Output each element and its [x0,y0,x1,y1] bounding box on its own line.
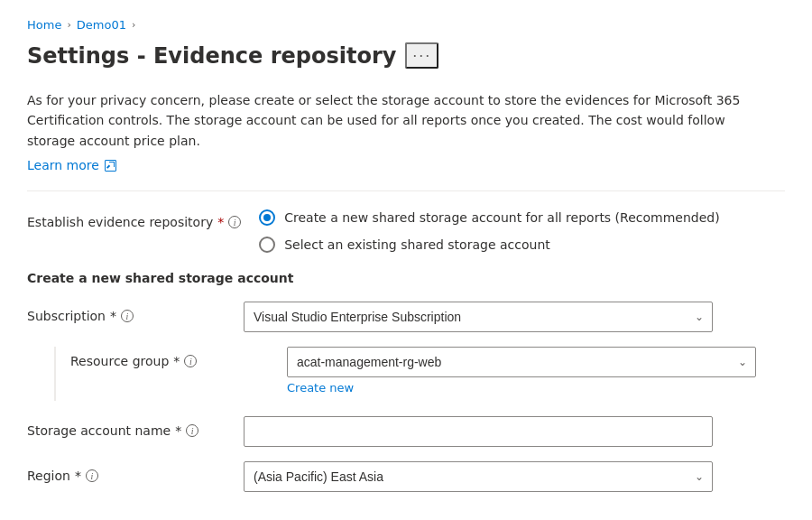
resource-group-label-text: Resource group [70,354,169,368]
page-title: Settings - Evidence repository [27,43,396,69]
storage-account-input[interactable] [244,416,713,447]
region-label-text: Region [27,469,70,483]
storage-account-label-text: Storage account name [27,423,171,438]
establish-label-text: Establish evidence repository [27,215,213,229]
region-select-wrapper: (Asia Pacific) East Asia ⌄ [244,461,713,492]
region-required: * [75,469,81,483]
radio-create-new-label: Create a new shared storage account for … [284,210,719,225]
region-control: (Asia Pacific) East Asia ⌄ [244,461,713,492]
create-new-link[interactable]: Create new [287,381,354,395]
storage-account-required: * [175,423,181,438]
resource-group-info-icon: i [184,355,197,367]
radio-create-new-inner [263,214,271,221]
establish-label: Establish evidence repository * i [27,209,241,229]
learn-more-link[interactable]: Learn more [27,158,116,172]
region-info-icon: i [86,469,98,482]
region-row: Region * i (Asia Pacific) East Asia ⌄ [27,461,785,492]
page-title-row: Settings - Evidence repository ··· [27,42,785,69]
learn-more-label: Learn more [27,158,99,172]
subscription-row: Subscription * i Visual Studio Enterpris… [27,302,785,332]
subscription-select-wrapper: Visual Studio Enterprise Subscription ⌄ [244,302,713,332]
storage-account-label: Storage account name * i [27,416,226,438]
storage-account-control [244,416,713,447]
breadcrumb: Home › Demo01 › [27,18,785,32]
breadcrumb-separator-2: › [132,19,135,31]
subscription-control: Visual Studio Enterprise Subscription ⌄ [244,302,713,332]
section-subtitle: Create a new shared storage account [27,271,785,285]
resource-group-indent: Resource group * i acat-management-rg-we… [27,347,785,409]
description-text: As for your privacy concern, please crea… [27,90,767,151]
region-select[interactable]: (Asia Pacific) East Asia [244,461,713,492]
radio-select-existing-outer [259,237,275,253]
radio-select-existing[interactable]: Select an existing shared storage accoun… [259,237,785,253]
subscription-info-icon: i [121,310,134,322]
section-divider [27,190,785,191]
form-section: Establish evidence repository * i Create… [27,209,785,492]
resource-group-select[interactable]: acat-management-rg-web [287,347,756,377]
external-link-icon [105,160,116,172]
resource-group-row: Resource group * i acat-management-rg-we… [70,347,785,395]
resource-group-select-wrapper: acat-management-rg-web ⌄ [287,347,756,377]
resource-group-content: Resource group * i acat-management-rg-we… [70,347,785,409]
resource-group-label: Resource group * i [70,347,269,368]
establish-info-icon: i [228,216,241,228]
establish-repository-row: Establish evidence repository * i Create… [27,209,785,253]
radio-select-existing-label: Select an existing shared storage accoun… [284,237,550,252]
subscription-select[interactable]: Visual Studio Enterprise Subscription [244,302,713,332]
ellipsis-button[interactable]: ··· [405,42,438,69]
breadcrumb-home[interactable]: Home [27,18,61,32]
subscription-label-text: Subscription [27,309,106,323]
storage-account-info-icon: i [186,424,198,437]
resource-group-control: acat-management-rg-web ⌄ Create new [287,347,756,395]
subscription-required: * [110,309,116,323]
indent-line [54,347,56,401]
establish-required-marker: * [217,215,224,229]
resource-group-required: * [173,354,180,368]
radio-group: Create a new shared storage account for … [259,209,785,253]
radio-create-new[interactable]: Create a new shared storage account for … [259,209,785,226]
description-block: As for your privacy concern, please crea… [27,90,767,151]
breadcrumb-demo[interactable]: Demo01 [77,18,126,32]
radio-create-new-outer [259,209,275,226]
subscription-label: Subscription * i [27,302,226,323]
breadcrumb-separator-1: › [67,19,70,31]
storage-account-row: Storage account name * i [27,416,785,447]
region-label: Region * i [27,461,226,483]
